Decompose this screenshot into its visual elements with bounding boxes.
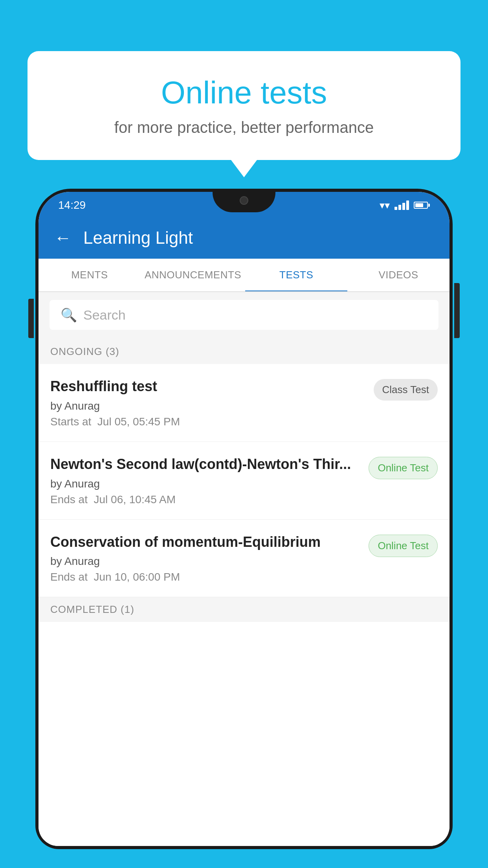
wifi-icon: ▾▾ <box>380 199 390 211</box>
completed-section-header: COMPLETED (1) <box>39 597 449 622</box>
test-name: Reshuffling test <box>50 377 366 396</box>
test-time: Ends at Jul 06, 10:45 AM <box>50 493 361 506</box>
test-item[interactable]: Reshuffling test by Anurag Starts at Jul… <box>39 364 449 442</box>
test-author: by Anurag <box>50 555 361 568</box>
app-bar: ← Learning Light <box>39 217 449 259</box>
ongoing-section-header: ONGOING (3) <box>39 338 449 364</box>
test-info: Reshuffling test by Anurag Starts at Jul… <box>50 377 366 428</box>
test-time: Ends at Jun 10, 06:00 PM <box>50 571 361 583</box>
ongoing-label: ONGOING (3) <box>50 346 119 357</box>
test-item[interactable]: Newton's Second law(contd)-Newton's Thir… <box>39 442 449 520</box>
test-badge-class: Class Test <box>374 379 438 401</box>
tab-videos[interactable]: VIDEOS <box>347 259 449 291</box>
speech-bubble-container: Online tests for more practice, better p… <box>28 51 460 160</box>
tabs-container: MENTS ANNOUNCEMENTS TESTS VIDEOS <box>39 259 449 292</box>
test-info: Newton's Second law(contd)-Newton's Thir… <box>50 455 361 506</box>
battery-icon <box>414 202 430 209</box>
bubble-subtitle: for more practice, better performance <box>59 119 429 136</box>
front-camera <box>240 196 248 205</box>
search-icon: 🔍 <box>61 307 77 323</box>
signal-icon <box>394 200 409 210</box>
phone-wrapper: 14:29 ▾▾ <box>35 189 453 868</box>
bubble-title: Online tests <box>59 75 429 111</box>
phone-screen: 14:29 ▾▾ <box>39 192 449 846</box>
test-info: Conservation of momentum-Equilibrium by … <box>50 533 361 584</box>
phone-outer: 14:29 ▾▾ <box>35 189 453 849</box>
tab-ments[interactable]: MENTS <box>39 259 141 291</box>
test-item[interactable]: Conservation of momentum-Equilibrium by … <box>39 520 449 598</box>
test-author: by Anurag <box>50 478 361 490</box>
phone-notch <box>213 189 275 212</box>
test-time: Starts at Jul 05, 05:45 PM <box>50 416 366 428</box>
back-button[interactable]: ← <box>54 228 72 248</box>
tab-tests[interactable]: TESTS <box>245 259 347 291</box>
test-name: Conservation of momentum-Equilibrium <box>50 533 361 552</box>
tab-announcements[interactable]: ANNOUNCEMENTS <box>141 259 245 291</box>
test-badge-online: Online Test <box>369 457 438 479</box>
search-placeholder: Search <box>83 307 126 323</box>
tests-list: Reshuffling test by Anurag Starts at Jul… <box>39 364 449 846</box>
search-container: 🔍 Search <box>39 292 449 338</box>
speech-bubble: Online tests for more practice, better p… <box>28 51 460 160</box>
status-icons: ▾▾ <box>380 199 430 211</box>
app-bar-title: Learning Light <box>83 228 193 248</box>
completed-label: COMPLETED (1) <box>50 603 134 615</box>
status-time: 14:29 <box>58 199 86 211</box>
test-name: Newton's Second law(contd)-Newton's Thir… <box>50 455 361 474</box>
search-bar[interactable]: 🔍 Search <box>50 300 438 330</box>
test-badge-online: Online Test <box>369 535 438 557</box>
test-author: by Anurag <box>50 400 366 412</box>
